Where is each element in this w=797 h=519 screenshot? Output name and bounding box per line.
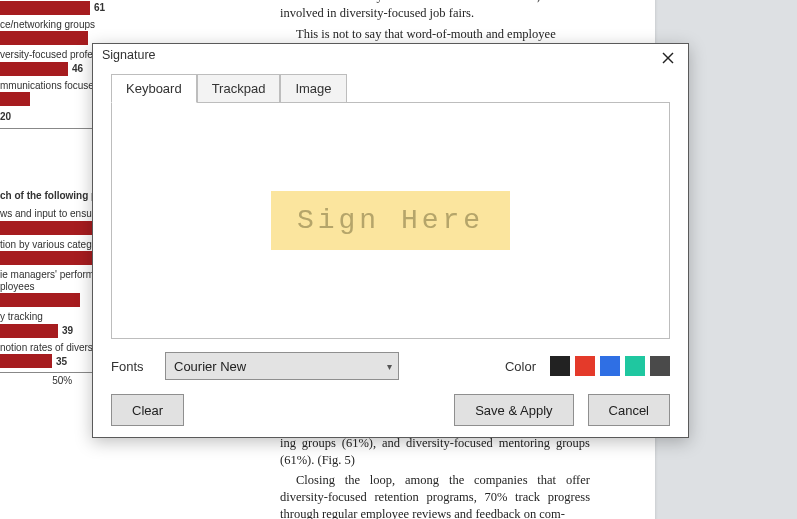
chart-bar — [0, 62, 68, 76]
color-swatches — [550, 356, 670, 376]
signature-placeholder: Sign Here — [271, 191, 510, 250]
font-select-value: Courier New — [174, 359, 246, 374]
clear-button[interactable]: Clear — [111, 394, 184, 426]
tab-trackpad[interactable]: Trackpad — [197, 74, 281, 103]
color-swatch-blue[interactable] — [600, 356, 620, 376]
tab-bar: Keyboard Trackpad Image — [111, 74, 688, 103]
color-swatch-grey[interactable] — [650, 356, 670, 376]
close-button[interactable] — [654, 46, 682, 70]
color-label: Color — [505, 359, 536, 374]
signature-canvas[interactable]: Sign Here — [111, 102, 670, 339]
cancel-button[interactable]: Cancel — [588, 394, 670, 426]
chevron-down-icon: ▾ — [387, 361, 392, 372]
bar-value: 35 — [56, 356, 67, 367]
chart-bar — [0, 324, 58, 338]
signature-dialog: Signature Keyboard Trackpad Image Sign H… — [92, 43, 689, 438]
save-apply-button[interactable]: Save & Apply — [454, 394, 573, 426]
doc-line: ing groups (61%), and diversity-focused … — [280, 435, 590, 469]
bar-label: ce/networking groups — [0, 19, 260, 31]
doc-line: This is not to say that word-of-mouth an… — [280, 26, 590, 43]
bar-value: 20 — [0, 111, 11, 122]
chart-bar — [0, 1, 90, 15]
color-swatch-red[interactable] — [575, 356, 595, 376]
chart-bar — [0, 354, 52, 368]
color-swatch-black[interactable] — [550, 356, 570, 376]
bar-value: 61 — [94, 2, 105, 13]
bar-value: 46 — [72, 63, 83, 74]
font-select[interactable]: Courier New ▾ — [165, 352, 399, 380]
axis-tick: 50% — [52, 375, 72, 386]
doc-line: ate school diversity associations to rec… — [280, 0, 590, 22]
close-icon — [662, 52, 674, 64]
dialog-title: Signature — [102, 48, 156, 62]
color-swatch-teal[interactable] — [625, 356, 645, 376]
chart-bar — [0, 31, 88, 45]
bar-value: 39 — [62, 325, 73, 336]
chart-bar — [0, 92, 30, 106]
chart-bar — [0, 293, 80, 307]
tab-image[interactable]: Image — [280, 74, 346, 103]
tab-keyboard[interactable]: Keyboard — [111, 74, 197, 103]
fonts-label: Fonts — [111, 359, 165, 374]
doc-line: Closing the loop, among the companies th… — [280, 472, 590, 519]
